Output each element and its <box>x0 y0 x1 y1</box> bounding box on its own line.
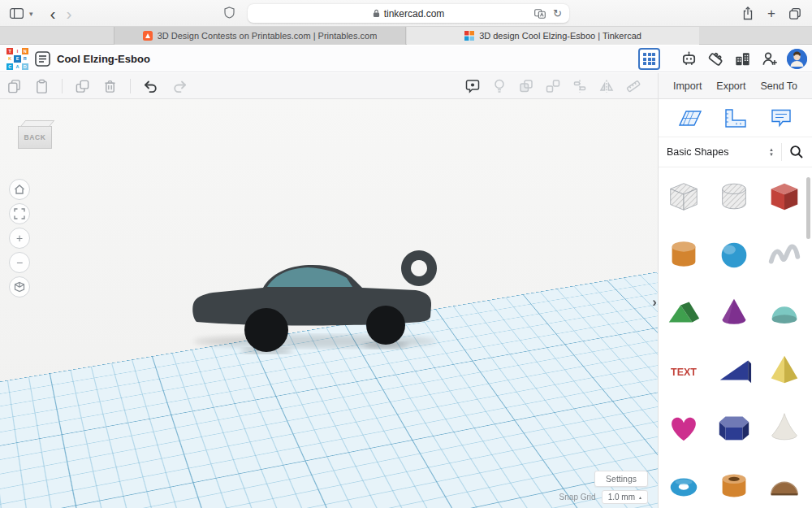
send-to-button[interactable]: Send To <box>760 80 797 92</box>
delete-icon[interactable] <box>102 79 118 94</box>
logo-tile: R <box>22 55 28 62</box>
shape-text[interactable]: TEXT <box>659 341 709 398</box>
scribble-icon <box>766 236 803 273</box>
tinkercad-logo[interactable]: TINKERCAD <box>6 48 28 70</box>
ungroup-icon[interactable] <box>545 78 561 94</box>
notes-tool-icon[interactable] <box>769 107 793 129</box>
cylinder-icon <box>665 236 702 273</box>
zoom-in-button[interactable]: + <box>9 228 30 249</box>
snap-grid-value: 1.0 mm <box>608 493 635 501</box>
lightbulb-icon[interactable] <box>491 78 508 94</box>
copy-icon[interactable] <box>6 79 22 94</box>
zoom-out-button[interactable]: − <box>9 252 30 273</box>
half-sphere-icon <box>766 293 803 331</box>
polygon-icon <box>715 409 753 446</box>
tab-tinkercad[interactable]: 3D design Cool Elzing-Esboo | Tinkercad <box>407 27 699 45</box>
align-icon[interactable] <box>572 78 588 94</box>
back-icon[interactable]: ‹ <box>50 5 56 22</box>
edit-toolbar <box>0 73 658 99</box>
car-wheel-front[interactable] <box>244 308 288 352</box>
ruler-tool-toolbar-icon[interactable] <box>625 78 641 94</box>
shape-grid: TEXT <box>659 167 812 508</box>
notes-visibility-icon[interactable] <box>464 78 481 94</box>
paraboloid-icon <box>766 409 803 446</box>
car-model[interactable] <box>185 239 447 354</box>
shape-box-transparent[interactable] <box>659 167 709 225</box>
import-button[interactable]: Import <box>673 80 702 92</box>
shape-round-roof[interactable] <box>759 456 810 508</box>
settings-button[interactable]: Settings <box>594 471 648 487</box>
car-wheel-rear[interactable] <box>366 306 405 345</box>
share-icon[interactable] <box>742 7 754 20</box>
paste-icon[interactable] <box>34 79 50 94</box>
mirror-icon[interactable] <box>598 78 615 94</box>
sphere-icon <box>715 236 753 273</box>
codeblocks-icon[interactable] <box>706 50 725 68</box>
heart-icon <box>665 409 702 446</box>
round-roof-icon <box>766 467 803 504</box>
shape-scribble[interactable] <box>759 225 810 283</box>
shape-roof[interactable] <box>659 283 709 341</box>
sim-lab-icon[interactable] <box>680 50 698 68</box>
invite-person-icon[interactable] <box>760 50 779 68</box>
search-icon[interactable] <box>789 145 804 159</box>
shape-half-sphere[interactable] <box>759 283 810 341</box>
user-avatar[interactable] <box>787 49 807 69</box>
sidebar-toggle-icon[interactable] <box>10 8 24 19</box>
view-cube[interactable]: BACK <box>18 120 52 149</box>
group-icon[interactable] <box>518 78 534 94</box>
view-cube-back-face[interactable]: BACK <box>18 126 52 149</box>
shape-torus[interactable] <box>659 456 709 508</box>
logo-tile: T <box>6 48 13 54</box>
duplicate-icon[interactable] <box>75 79 90 94</box>
translate-icon[interactable] <box>534 9 546 19</box>
text-icon: TEXT <box>665 351 702 389</box>
snap-grid-control: Snap Grid 1.0 mm ▴ <box>559 490 648 504</box>
view-cube-top-face[interactable] <box>20 120 55 127</box>
app-header: TINKERCAD Cool Elzing-Esboo <box>0 46 812 72</box>
shape-cylinder-transparent[interactable] <box>709 167 759 225</box>
shape-category-dropdown[interactable]: Basic Shapes ▲▼ <box>667 146 774 158</box>
cylinder-transparent-icon <box>715 178 753 215</box>
shape-paraboloid[interactable] <box>759 398 810 456</box>
perspective-toggle-button[interactable] <box>9 276 30 297</box>
tab-overview-icon[interactable] <box>789 8 801 20</box>
fit-view-button[interactable] <box>9 203 30 224</box>
shape-pyramid[interactable] <box>759 341 810 398</box>
design-title[interactable]: Cool Elzing-Esboo <box>57 46 150 72</box>
transfer-actions: Import Export Send To <box>658 73 812 99</box>
shape-sphere[interactable] <box>709 225 759 283</box>
mode-3d-editor-button[interactable] <box>638 48 660 70</box>
forward-icon[interactable]: › <box>67 5 72 22</box>
shape-cone[interactable] <box>709 283 759 341</box>
new-tab-icon[interactable]: + <box>767 7 775 20</box>
shape-cylinder[interactable] <box>659 225 709 283</box>
export-button[interactable]: Export <box>716 80 745 92</box>
shape-heart[interactable] <box>659 398 709 456</box>
ruler-tool-icon[interactable] <box>723 107 748 129</box>
shape-wedge[interactable] <box>709 341 759 398</box>
logo-tile: I <box>14 48 20 54</box>
buildings-icon[interactable] <box>733 50 752 68</box>
tab-printables[interactable]: 3D Design Contests on Printables.com | P… <box>114 27 406 45</box>
shape-tube[interactable] <box>709 456 759 508</box>
viewport-canvas[interactable]: BACK + − › Settings Snap Grid 1.0 mm ▴ <box>0 99 658 508</box>
shape-polygon[interactable] <box>709 398 759 456</box>
keychain-ring[interactable] <box>401 250 437 286</box>
logo-tile: K <box>6 55 13 62</box>
privacy-shield-icon[interactable] <box>224 7 235 19</box>
home-view-button[interactable] <box>9 179 30 200</box>
reload-icon[interactable]: ↻ <box>553 7 562 20</box>
panel-collapse-icon[interactable]: › <box>652 294 657 310</box>
dropdown-arrows-icon: ▲▼ <box>769 148 774 157</box>
panel-scrollbar[interactable] <box>806 177 810 239</box>
workplane-tool-icon[interactable] <box>677 107 703 129</box>
shape-box[interactable] <box>759 167 810 225</box>
stepper-icon: ▴ <box>639 494 641 500</box>
redo-icon[interactable] <box>171 78 188 94</box>
chevron-down-icon[interactable]: ▾ <box>29 10 33 18</box>
snap-grid-select[interactable]: 1.0 mm ▴ <box>602 490 648 504</box>
undo-icon[interactable] <box>143 78 159 94</box>
design-menu-icon[interactable] <box>35 51 50 67</box>
address-bar[interactable]: tinkercad.com ↻ <box>248 4 569 23</box>
